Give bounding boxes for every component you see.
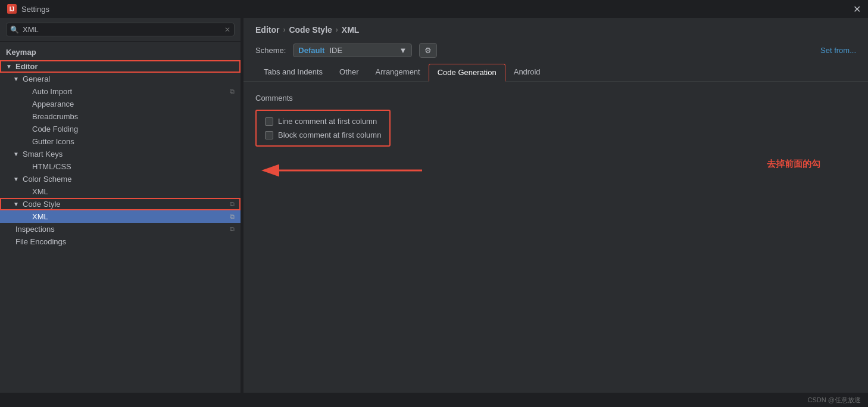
sidebar-item-label: XML [32, 212, 230, 221]
search-box: 🔍 ✕ [0, 18, 241, 42]
close-button[interactable]: ✕ [853, 4, 861, 15]
arrow-icon: ▼ [13, 201, 20, 207]
tab-label: Android [514, 67, 541, 76]
sidebar-item-label: General [23, 74, 235, 83]
line-comment-label: Line comment at first column [278, 117, 377, 126]
breadcrumb: Editor › Code Style › XML [243, 18, 868, 39]
window-title: Settings [21, 5, 49, 14]
tab-label: Arrangement [376, 67, 420, 76]
copy-icon: ⧉ [230, 225, 235, 233]
search-icon: 🔍 [10, 26, 19, 34]
scheme-label: Scheme: [255, 46, 286, 55]
breadcrumb-editor: Editor [255, 25, 279, 35]
sidebar-item-label: Editor [15, 62, 235, 71]
scheme-row: Scheme: Default IDE ▼ ⚙ Set from... [243, 39, 868, 64]
set-from-link[interactable]: Set from... [820, 46, 856, 55]
search-clear-button[interactable]: ✕ [224, 26, 230, 34]
sidebar-item-label: Appearance [32, 100, 235, 108]
tab-label: Code Generation [438, 68, 497, 77]
copy-icon: ⧉ [230, 88, 235, 95]
copy-icon: ⧉ [230, 213, 235, 220]
line-comment-checkbox[interactable] [265, 117, 273, 126]
tab-label: Other [339, 67, 359, 76]
main-content: 🔍 ✕ Keymap ▼ Editor ▼ General [0, 18, 868, 393]
scheme-name: Default [298, 46, 324, 55]
sidebar-item-breadcrumbs[interactable]: Breadcrumbs [0, 110, 241, 123]
gear-button[interactable]: ⚙ [419, 43, 437, 58]
scheme-type: IDE [329, 46, 342, 55]
right-panel: Editor › Code Style › XML Scheme: Defaul… [243, 18, 868, 393]
sidebar: 🔍 ✕ Keymap ▼ Editor ▼ General [0, 18, 241, 393]
keymap-label: Keymap [6, 48, 235, 57]
sidebar-item-gutter-icons[interactable]: Gutter Icons [0, 135, 241, 148]
annotation-arrow [255, 159, 464, 194]
sidebar-item-file-encodings[interactable]: File Encodings [0, 235, 241, 248]
scheme-dropdown[interactable]: Default IDE ▼ [293, 44, 412, 57]
search-wrapper: 🔍 ✕ [6, 23, 235, 36]
tab-android[interactable]: Android [505, 64, 549, 82]
bottom-bar: CSDN @任意放逐 [0, 393, 868, 407]
annotation-text: 去掉前面的勾 [767, 159, 820, 170]
sidebar-item-inspections[interactable]: Inspections ⧉ [0, 223, 241, 235]
breadcrumb-sep-2: › [336, 26, 338, 34]
sidebar-item-keymap[interactable]: Keymap [0, 44, 241, 60]
sidebar-item-appearance[interactable]: Appearance [0, 98, 241, 110]
sidebar-item-label: Inspections [15, 225, 230, 234]
dropdown-arrow-icon: ▼ [399, 46, 407, 55]
tab-label: Tabs and Indents [264, 67, 323, 76]
breadcrumb-xml: XML [342, 25, 360, 35]
arrow-icon: ▼ [13, 176, 20, 182]
block-comment-row: Block comment at first column [265, 131, 381, 139]
block-comment-checkbox[interactable] [265, 131, 273, 139]
sidebar-item-smart-keys[interactable]: ▼ Smart Keys [0, 148, 241, 160]
sidebar-item-auto-import[interactable]: Auto Import ⧉ [0, 85, 241, 98]
copy-icon: ⧉ [230, 200, 235, 208]
sidebar-item-label: Color Scheme [23, 175, 235, 184]
panel-body: Comments Line comment at first column Bl… [243, 82, 868, 393]
comments-box: Line comment at first column Block comme… [255, 110, 391, 147]
sidebar-item-label: Code Folding [32, 125, 235, 133]
breadcrumb-sep-1: › [283, 26, 285, 34]
tree-section: Keymap ▼ Editor ▼ General Auto Import ⧉ [0, 42, 241, 393]
sidebar-item-color-xml[interactable]: XML [0, 185, 241, 198]
sidebar-item-general[interactable]: ▼ General [0, 73, 241, 85]
arrow-icon: ▼ [13, 151, 20, 157]
bottom-text: CSDN @任意放逐 [808, 396, 861, 405]
sidebar-item-code-folding[interactable]: Code Folding [0, 123, 241, 135]
block-comment-label: Block comment at first column [278, 131, 381, 139]
sidebar-item-label: XML [32, 187, 235, 196]
arrow-icon: ▼ [13, 76, 20, 82]
sidebar-item-label: Gutter Icons [32, 137, 235, 146]
arrow-icon: ▼ [6, 63, 13, 70]
sidebar-item-color-scheme[interactable]: ▼ Color Scheme [0, 173, 241, 185]
tab-other[interactable]: Other [331, 64, 367, 82]
sidebar-item-label: Auto Import [32, 87, 230, 96]
tab-tabs-and-indents[interactable]: Tabs and Indents [255, 64, 331, 82]
breadcrumb-code-style: Code Style [289, 25, 332, 35]
sidebar-item-editor[interactable]: ▼ Editor [0, 60, 241, 73]
title-bar-left: IJ Settings [7, 4, 49, 14]
search-input[interactable] [23, 25, 221, 34]
sidebar-item-label: HTML/CSS [32, 162, 235, 171]
comments-section-title: Comments [255, 94, 856, 102]
tabs-row: Tabs and Indents Other Arrangement Code … [243, 64, 868, 82]
title-bar: IJ Settings ✕ [0, 0, 868, 18]
sidebar-item-label: File Encodings [15, 237, 235, 246]
sidebar-item-label: Code Style [23, 200, 230, 209]
app-icon: IJ [7, 4, 17, 14]
annotation-area: 去掉前面的勾 [255, 159, 856, 206]
sidebar-item-xml[interactable]: XML ⧉ [0, 210, 241, 223]
line-comment-row: Line comment at first column [265, 117, 381, 126]
tab-code-generation[interactable]: Code Generation [429, 64, 505, 82]
sidebar-item-label: Smart Keys [23, 150, 235, 159]
sidebar-item-label: Breadcrumbs [32, 112, 235, 121]
tab-arrangement[interactable]: Arrangement [367, 64, 429, 82]
sidebar-item-code-style[interactable]: ▼ Code Style ⧉ [0, 198, 241, 210]
sidebar-item-html-css[interactable]: HTML/CSS [0, 160, 241, 173]
